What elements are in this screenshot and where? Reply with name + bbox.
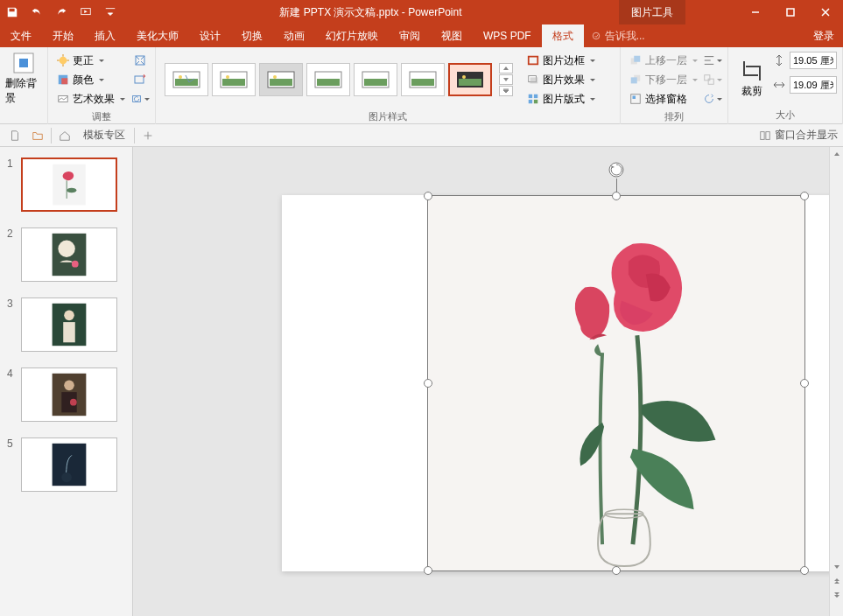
tab-file[interactable]: 文件	[0, 24, 42, 47]
slide-thumbnail-panel: 1 2 3 4 5	[0, 147, 133, 616]
tab-review[interactable]: 审阅	[389, 24, 431, 47]
tab-insert[interactable]: 插入	[84, 24, 126, 47]
style-thumb-7[interactable]	[448, 63, 492, 96]
tab-slideshow[interactable]: 幻灯片放映	[315, 24, 389, 47]
resize-handle-b[interactable]	[612, 566, 621, 575]
svg-rect-7	[61, 78, 67, 84]
group-picture-styles: 图片边框 图片效果 图片版式 图片样式	[156, 47, 621, 124]
home-icon[interactable]	[55, 126, 74, 145]
height-input[interactable]	[790, 52, 837, 69]
picture-layout-button[interactable]: 图片版式	[523, 89, 599, 108]
maximize-button[interactable]	[773, 0, 808, 24]
slide-canvas[interactable]	[133, 147, 843, 616]
folder-icon[interactable]	[28, 126, 47, 145]
style-thumb-5[interactable]	[354, 63, 397, 96]
artistic-effects-button[interactable]: 艺术效果	[53, 89, 129, 108]
svg-point-20	[273, 75, 277, 79]
next-slide-button[interactable]	[830, 588, 843, 602]
thumb-slide-3[interactable]	[21, 298, 117, 352]
gallery-scroll-down[interactable]	[499, 74, 513, 85]
picture-effects-button[interactable]: 图片效果	[523, 70, 599, 89]
tab-transitions[interactable]: 切换	[231, 24, 273, 47]
resize-handle-r[interactable]	[800, 379, 809, 388]
picture-border-button[interactable]: 图片边框	[523, 51, 599, 70]
svg-rect-38	[634, 56, 640, 62]
align-button[interactable]	[703, 51, 722, 70]
svg-rect-46	[766, 131, 769, 139]
picture-style-gallery	[161, 60, 516, 100]
close-button[interactable]	[808, 0, 843, 24]
window-merge-label[interactable]: 窗口合并显示	[775, 128, 838, 143]
change-picture-button[interactable]	[130, 70, 150, 89]
resize-handle-br[interactable]	[800, 566, 809, 575]
qa-customize-button[interactable]	[98, 0, 123, 24]
thumb-item[interactable]: 4	[7, 368, 125, 422]
start-from-beginning-button[interactable]	[74, 0, 98, 24]
tab-view[interactable]: 视图	[431, 24, 473, 47]
thumb-slide-1[interactable]	[21, 158, 117, 212]
redo-button[interactable]	[49, 0, 74, 24]
rotate-button[interactable]	[703, 89, 722, 108]
resize-handle-tl[interactable]	[424, 192, 432, 200]
compress-pictures-button[interactable]	[130, 51, 150, 70]
scroll-down-button[interactable]	[830, 560, 843, 574]
tab-wpspdf[interactable]: WPS PDF	[473, 24, 542, 47]
undo-button[interactable]	[25, 0, 49, 24]
tab-home[interactable]: 开始	[42, 24, 84, 47]
selected-picture[interactable]	[427, 195, 805, 571]
minimize-button[interactable]	[738, 0, 773, 24]
height-row	[772, 51, 837, 70]
crop-button[interactable]: 裁剪	[734, 51, 770, 107]
bring-forward-button[interactable]: 上移一层	[626, 51, 701, 70]
tab-animations[interactable]: 动画	[273, 24, 315, 47]
thumb-item[interactable]: 5	[7, 438, 125, 492]
picture-styles-group-label: 图片样式	[161, 108, 615, 123]
save-button[interactable]	[0, 0, 25, 24]
picture-tools-contextual-tab[interactable]: 图片工具	[619, 0, 685, 24]
scroll-up-button[interactable]	[830, 147, 843, 161]
thumb-item[interactable]: 2	[7, 228, 125, 282]
new-file-icon[interactable]	[5, 126, 25, 145]
svg-rect-36	[534, 100, 537, 103]
tab-beautify[interactable]: 美化大师	[126, 24, 189, 47]
thumb-slide-2[interactable]	[21, 228, 117, 282]
style-thumb-3[interactable]	[259, 63, 303, 96]
gallery-scroll-up[interactable]	[499, 63, 513, 74]
svg-rect-16	[222, 79, 245, 86]
style-thumb-1[interactable]	[165, 63, 208, 96]
reset-picture-button[interactable]	[130, 89, 150, 108]
thumb-item[interactable]: 1	[7, 158, 125, 212]
tab-design[interactable]: 设计	[189, 24, 231, 47]
selection-pane-button[interactable]: 选择窗格	[626, 89, 701, 108]
vertical-scrollbar[interactable]	[829, 147, 843, 616]
rotation-handle[interactable]	[608, 161, 625, 178]
template-zone-button[interactable]: 模板专区	[78, 128, 130, 143]
group-remove-background: 删除背景	[0, 47, 48, 124]
group-button[interactable]	[703, 70, 722, 89]
send-backward-button[interactable]: 下移一层	[626, 70, 701, 89]
login-button[interactable]: 登录	[804, 29, 843, 44]
resize-handle-tr[interactable]	[800, 192, 809, 200]
color-button[interactable]: 颜色	[53, 70, 129, 89]
style-thumb-2[interactable]	[212, 63, 256, 96]
corrections-button[interactable]: 更正	[53, 51, 129, 70]
gallery-more[interactable]	[499, 86, 513, 96]
tell-me-search[interactable]: 告诉我...	[591, 29, 645, 44]
add-tab-button[interactable]	[138, 126, 158, 145]
crop-label: 裁剪	[741, 84, 762, 99]
prev-slide-button[interactable]	[830, 574, 843, 588]
style-thumb-6[interactable]	[401, 63, 445, 96]
group-adjust: 更正 颜色 艺术效果 调整	[48, 47, 156, 124]
thumb-item[interactable]: 3	[7, 298, 125, 352]
svg-point-60	[70, 399, 77, 406]
svg-point-53	[72, 261, 79, 268]
thumb-slide-5[interactable]	[21, 438, 117, 492]
resize-handle-t[interactable]	[612, 192, 621, 200]
resize-handle-bl[interactable]	[424, 566, 432, 575]
thumb-slide-4[interactable]	[21, 368, 117, 422]
resize-handle-l[interactable]	[424, 379, 432, 388]
remove-background-button[interactable]: 删除背景	[5, 51, 42, 107]
width-input[interactable]	[790, 76, 837, 94]
tab-format[interactable]: 格式	[542, 24, 584, 47]
style-thumb-4[interactable]	[306, 63, 350, 96]
